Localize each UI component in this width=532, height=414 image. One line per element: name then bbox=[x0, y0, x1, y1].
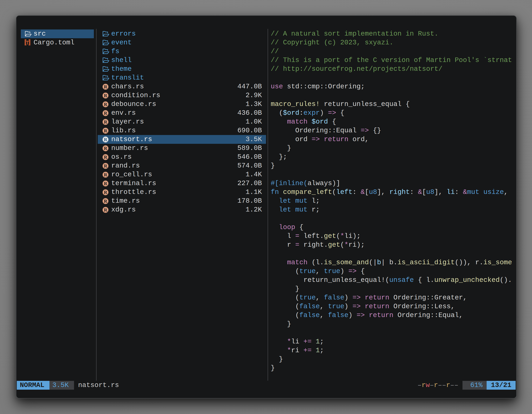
svg-text:R: R bbox=[104, 137, 107, 142]
svg-text:R: R bbox=[104, 102, 107, 107]
svg-text:R: R bbox=[104, 84, 107, 89]
svg-text:R: R bbox=[104, 111, 107, 116]
svg-text:R: R bbox=[104, 155, 107, 160]
svg-text:R: R bbox=[104, 164, 107, 169]
svg-text:R: R bbox=[104, 207, 107, 212]
svg-text:R: R bbox=[104, 119, 107, 125]
svg-text:R: R bbox=[104, 93, 107, 98]
svg-text:R: R bbox=[104, 172, 107, 177]
svg-text:R: R bbox=[104, 199, 107, 204]
svg-text:R: R bbox=[104, 190, 107, 195]
svg-text:R: R bbox=[104, 128, 107, 133]
svg-text:R: R bbox=[104, 146, 107, 151]
svg-text:R: R bbox=[104, 181, 107, 186]
